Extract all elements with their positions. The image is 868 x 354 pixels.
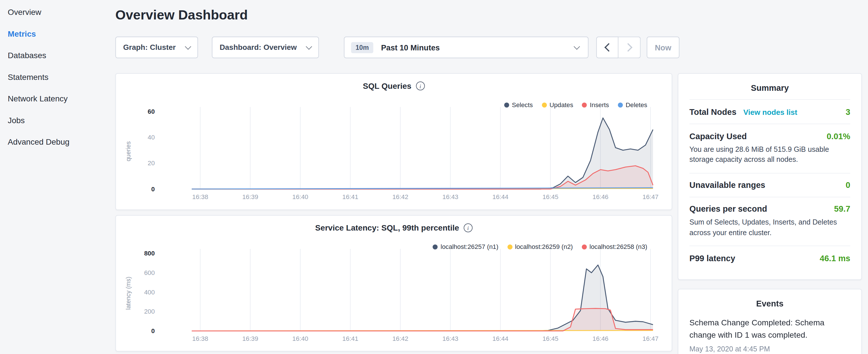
sidebar-item-advanced-debug[interactable]: Advanced Debug: [0, 131, 108, 152]
svg-text:16:40: 16:40: [292, 193, 308, 200]
chevron-down-icon: [306, 43, 312, 50]
events-title: Events: [689, 289, 850, 315]
sidebar: Overview Metrics Databases Statements Ne…: [0, 1, 108, 152]
svg-text:0: 0: [151, 327, 155, 334]
svg-text:16:42: 16:42: [392, 193, 408, 200]
summary-description: Sum of Selects, Updates, Inserts, and De…: [689, 217, 850, 238]
sidebar-item-network-latency[interactable]: Network Latency: [0, 88, 108, 109]
summary-row-queries-per-second: Queries per second 59.7 Sum of Selects, …: [689, 196, 850, 246]
time-range-label: Past 10 Minutes: [381, 43, 440, 52]
graph-dropdown-label: Graph:: [123, 43, 148, 52]
dashboard-dropdown-text: Dashboard: Overview: [219, 43, 297, 52]
event-item: Schema Change Completed: Schema change w…: [689, 315, 850, 354]
time-prev-button[interactable]: [596, 37, 618, 58]
svg-text:16:46: 16:46: [593, 193, 609, 200]
svg-text:16:38: 16:38: [192, 193, 208, 200]
chevron-left-icon: [604, 43, 613, 52]
chevron-right-icon: [624, 43, 632, 52]
svg-text:16:44: 16:44: [492, 193, 508, 200]
svg-text:16:40: 16:40: [292, 335, 308, 342]
svg-text:0: 0: [151, 186, 155, 193]
sidebar-item-overview[interactable]: Overview: [0, 1, 108, 23]
app-root: Overview Metrics Databases Statements Ne…: [0, 0, 868, 354]
summary-label: Total Nodes: [689, 107, 737, 116]
svg-text:60: 60: [148, 108, 155, 115]
svg-text:16:45: 16:45: [542, 193, 559, 200]
svg-text:16:39: 16:39: [242, 335, 258, 342]
sidebar-item-databases[interactable]: Databases: [0, 44, 108, 66]
service-latency-chart: 16:3816:3916:4016:4116:4216:4316:4416:45…: [116, 216, 673, 352]
sidebar-item-statements[interactable]: Statements: [0, 66, 108, 87]
event-text: Schema Change Completed: Schema change w…: [689, 317, 850, 341]
time-next-button[interactable]: [618, 37, 641, 58]
page-title: Overview Dashboard: [116, 7, 248, 23]
summary-row-unavailable-ranges: Unavailable ranges 0: [689, 173, 850, 196]
summary-row-total-nodes: Total Nodes View nodes list 3: [689, 99, 850, 123]
chevron-down-icon: [574, 43, 580, 50]
svg-text:400: 400: [144, 289, 155, 296]
svg-text:20: 20: [148, 160, 155, 167]
summary-label: P99 latency: [689, 253, 735, 263]
svg-text:16:46: 16:46: [593, 335, 609, 342]
svg-text:600: 600: [144, 269, 155, 277]
summary-row-p99-latency: P99 latency 46.1 ms: [689, 246, 850, 269]
svg-text:16:39: 16:39: [242, 193, 258, 200]
svg-text:16:44: 16:44: [492, 335, 508, 342]
summary-label: Unavailable ranges: [689, 180, 766, 190]
sidebar-item-metrics[interactable]: Metrics: [0, 23, 108, 44]
svg-text:40: 40: [148, 134, 155, 141]
graph-dropdown[interactable]: Graph: Cluster: [116, 37, 198, 58]
svg-text:16:45: 16:45: [542, 335, 559, 342]
sql-queries-chart-card: SQL Queries i Selects Updates Inserts De…: [116, 73, 672, 210]
service-latency-chart-card: Service Latency: SQL, 99th percentile i …: [116, 215, 672, 351]
svg-text:16:47: 16:47: [643, 193, 658, 200]
graph-dropdown-value: Cluster: [150, 43, 176, 52]
summary-title: Summary: [689, 74, 850, 99]
summary-value: 59.7: [834, 204, 850, 214]
dashboard-dropdown-value: Overview: [264, 43, 297, 52]
summary-description: You are using 28.6 MiB of 515.9 GiB usab…: [689, 144, 850, 165]
time-range-badge: 10m: [351, 42, 373, 53]
svg-text:200: 200: [144, 308, 155, 315]
svg-text:16:43: 16:43: [442, 193, 459, 200]
svg-text:16:41: 16:41: [342, 193, 359, 200]
graph-dropdown-text: Graph: Cluster: [123, 43, 176, 52]
now-button[interactable]: Now: [647, 37, 679, 58]
svg-text:800: 800: [144, 250, 155, 257]
svg-text:16:41: 16:41: [342, 335, 359, 342]
summary-label: Queries per second: [689, 204, 767, 214]
dashboard-dropdown-label: Dashboard:: [219, 43, 261, 52]
time-range-picker[interactable]: 10m Past 10 Minutes: [344, 37, 589, 58]
summary-value: 46.1 ms: [820, 253, 850, 263]
dashboard-dropdown[interactable]: Dashboard: Overview: [212, 37, 319, 58]
summary-panel: Summary Total Nodes View nodes list 3 Ca…: [678, 73, 862, 280]
time-pager: [596, 37, 641, 58]
svg-text:16:47: 16:47: [643, 335, 658, 342]
event-timestamp: May 13, 2020 at 4:45 PM: [689, 345, 850, 353]
chevron-down-icon: [185, 43, 191, 50]
events-panel: Events Schema Change Completed: Schema c…: [678, 289, 862, 354]
svg-text:16:42: 16:42: [392, 335, 408, 342]
summary-value: 0.01%: [827, 131, 850, 141]
summary-value: 0: [846, 180, 850, 190]
sql-queries-chart: 16:3816:3916:4016:4116:4216:4316:4416:45…: [116, 74, 673, 210]
summary-row-capacity-used: Capacity Used 0.01% You are using 28.6 M…: [689, 124, 850, 173]
sidebar-item-jobs[interactable]: Jobs: [0, 109, 108, 131]
summary-value: 3: [846, 107, 850, 116]
summary-label: Capacity Used: [689, 131, 747, 141]
view-nodes-list-link[interactable]: View nodes list: [743, 108, 797, 116]
svg-text:16:43: 16:43: [442, 335, 459, 342]
svg-text:16:38: 16:38: [192, 335, 208, 342]
